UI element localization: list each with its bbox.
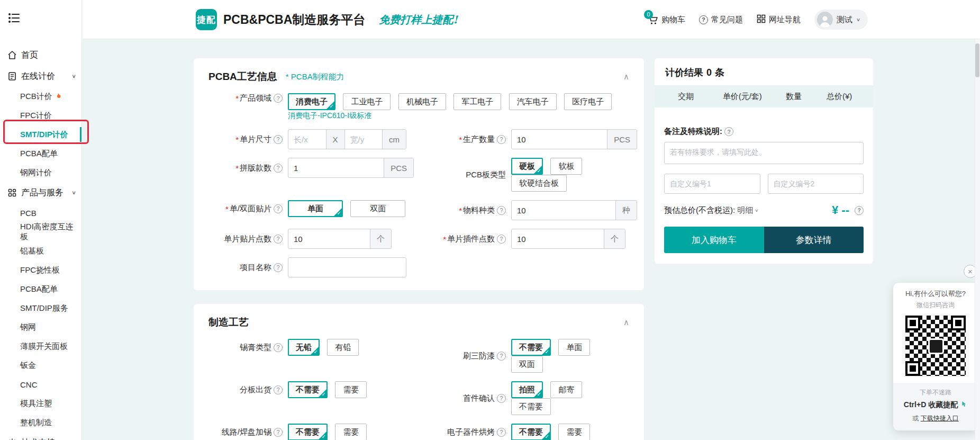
sidebar-item-membrane[interactable]: 薄膜开关面板 (0, 337, 81, 356)
help-icon[interactable]: ? (497, 206, 506, 215)
sidebar-item-pcba-bom[interactable]: PCBA配单 (0, 144, 81, 163)
option-button[interactable]: 军工电子 (453, 93, 501, 110)
sidebar-item-home[interactable]: 首页 (0, 44, 81, 66)
custom-code-2-input[interactable] (768, 174, 864, 194)
option-button[interactable]: 软硬结合板 (511, 175, 567, 192)
site-nav-button[interactable]: 网址导航 (757, 14, 801, 25)
field-label-text: 分板出货 (240, 385, 271, 395)
faq-button[interactable]: ? 常见问题 (699, 15, 743, 25)
help-icon[interactable]: ? (274, 235, 283, 244)
unit-label: cm (382, 130, 406, 149)
help-icon[interactable]: ? (497, 394, 506, 403)
pcba-capability-link[interactable]: * PCBA制程能力 (286, 72, 344, 82)
help-icon[interactable]: ? (274, 164, 283, 173)
option-button[interactable]: 硬板 (511, 158, 543, 175)
add-to-cart-button[interactable]: 加入购物车 (664, 227, 764, 253)
menu-icon[interactable] (8, 13, 20, 25)
option-button[interactable]: 双面 (350, 200, 405, 217)
option-button[interactable]: 单面 (558, 339, 590, 356)
ipc-standard-link[interactable]: 消费电子-IPC610-Ⅰ级标准 (288, 111, 629, 121)
jiepei-logo[interactable]: 捷配 (196, 9, 217, 30)
option-button[interactable]: 无铅 (288, 339, 320, 356)
help-icon[interactable]: ? (497, 135, 506, 144)
width-input[interactable] (345, 130, 383, 149)
help-icon[interactable]: ? (274, 428, 283, 437)
option-button[interactable]: 邮寄 (550, 381, 582, 398)
sidebar-item-assembly[interactable]: 整机制造 (0, 413, 81, 432)
user-menu[interactable]: 测试 ∨ (814, 10, 868, 30)
field-label-text: 单片插件点数 (447, 234, 495, 244)
quote-header: 计价结果 0 条 (655, 58, 873, 85)
help-icon[interactable]: ? (274, 263, 283, 272)
sidebar-item-label: PCBA配单 (20, 149, 58, 159)
download-shortcut-link[interactable]: 下载快捷入口 (921, 415, 959, 422)
length-input[interactable] (288, 130, 326, 149)
sidebar-item-smt-service[interactable]: SMT/DIP服务 (0, 299, 81, 318)
collapse-icon[interactable]: ∧ (623, 72, 629, 82)
detail-toggle[interactable]: 明细 ∨ (737, 205, 758, 215)
sidebar-item-mold[interactable]: 模具注塑 (0, 394, 81, 413)
smt-points-input[interactable] (288, 229, 370, 248)
help-icon[interactable]: ? (274, 204, 283, 213)
option-button[interactable]: 工业电子 (343, 93, 391, 110)
sidebar-item-fpc-flex[interactable]: FPC挠性板 (0, 261, 81, 280)
sidebar-item-aluminum[interactable]: 铝基板 (0, 241, 81, 261)
sidebar-item-pcb-pricing[interactable]: PCB计价 (0, 87, 81, 106)
sidebar-item-pcb[interactable]: PCB (0, 203, 81, 222)
option-button[interactable]: 不需要 (511, 398, 551, 415)
sidebar-item-hdi[interactable]: HDI高密度互连板 (0, 222, 81, 241)
remark-textarea[interactable] (664, 142, 864, 164)
help-icon[interactable]: ? (724, 127, 733, 136)
sidebar-item-products[interactable]: 产品与服务 ∨ (0, 182, 81, 203)
option-button[interactable]: 不需要 (288, 381, 328, 398)
sidebar-item-online-pricing[interactable]: 在线计价 ∨ (0, 66, 81, 87)
help-icon[interactable]: ? (274, 135, 283, 144)
option-button[interactable]: 汽车电子 (509, 93, 557, 110)
material-kinds-input[interactable] (512, 201, 615, 220)
option-button[interactable]: 双面 (511, 356, 543, 373)
option-button[interactable]: 拍照 (511, 381, 543, 398)
option-button[interactable]: 不需要 (511, 424, 551, 440)
option-button[interactable]: 医疗电子 (564, 93, 612, 110)
sidebar-item-smt-dip-pricing[interactable]: SMT/DIP计价 (0, 125, 81, 144)
help-icon[interactable]: ? (855, 206, 864, 215)
option-button[interactable]: 软板 (550, 158, 582, 175)
option-button[interactable]: 需要 (335, 424, 367, 440)
option-button[interactable]: 消费电子 (288, 93, 335, 110)
sidebar-item-cnc[interactable]: CNC (0, 375, 81, 394)
sidebar-item-stencil-pricing[interactable]: 钢网计价 (0, 163, 81, 182)
help-icon[interactable]: ? (497, 235, 506, 244)
option-button[interactable]: 需要 (335, 381, 367, 398)
field-label: * 拼版款数 ? (208, 163, 288, 173)
cart-button[interactable]: 0 购物车 (648, 15, 685, 25)
collapse-icon[interactable]: ∧ (623, 318, 629, 327)
dip-points-input[interactable] (512, 229, 604, 248)
option-button[interactable]: 需要 (558, 424, 590, 440)
sidebar-item-label: 模具注塑 (20, 399, 52, 409)
help-icon[interactable]: ? (274, 343, 283, 352)
help-icon[interactable]: ? (497, 352, 506, 361)
help-icon[interactable]: ? (497, 428, 506, 437)
custom-code-1-input[interactable] (664, 174, 760, 194)
scrollbar-track[interactable] (975, 39, 980, 440)
option-button[interactable]: 有铅 (327, 339, 359, 356)
option-button[interactable]: 不需要 (288, 424, 328, 440)
sidebar-item-fpc-pricing[interactable]: FPC计价 (0, 106, 81, 125)
option-button[interactable]: 单面 (288, 200, 343, 217)
remark-label-text: 备注及特殊说明: (664, 127, 722, 137)
sidebar-item-support[interactable]: 技术支持 ∨ (0, 432, 81, 440)
sidebar-item-sheet-metal[interactable]: 钣金 (0, 356, 81, 375)
col-qty: 数量 (775, 92, 813, 102)
quantity-input[interactable] (512, 130, 607, 149)
scrollbar-thumb[interactable] (975, 43, 979, 77)
param-detail-button[interactable]: 参数详情 (764, 227, 864, 253)
sidebar-item-label: 产品与服务 (21, 187, 63, 199)
project-name-input[interactable] (288, 257, 406, 277)
help-icon[interactable]: ? (274, 94, 283, 103)
help-icon[interactable]: ? (274, 385, 283, 394)
option-button[interactable]: 不需要 (511, 339, 551, 356)
sidebar-item-pcba[interactable]: PCBA配单 (0, 280, 81, 299)
sidebar-item-stencil[interactable]: 钢网 (0, 318, 81, 337)
option-button[interactable]: 机械电子 (398, 93, 446, 110)
panel-count-input[interactable] (288, 158, 384, 177)
